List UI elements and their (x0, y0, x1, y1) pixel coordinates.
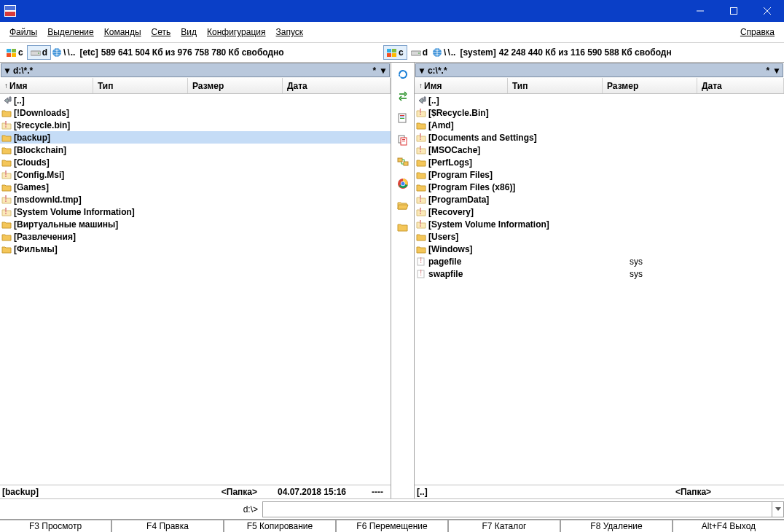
history-icon[interactable]: ▼ (3, 66, 12, 76)
windows-drive-icon (7, 49, 17, 57)
list-item[interactable]: ![System Volume Information] (0, 206, 391, 218)
list-item[interactable]: ![ProgramData] (415, 193, 784, 206)
svg-rect-20 (400, 115, 404, 116)
minimize-button[interactable] (683, 0, 717, 22)
svg-text:!: ! (4, 121, 7, 130)
svg-rect-10 (387, 53, 391, 57)
close-button[interactable] (750, 0, 784, 22)
svg-point-6 (38, 52, 39, 54)
folder-icon[interactable] (396, 220, 410, 235)
list-item[interactable]: [Виртуальные машины] (0, 218, 391, 230)
list-item[interactable]: ![$Recycle.Bin] (415, 106, 784, 119)
list-item[interactable]: [Games] (0, 181, 391, 193)
f5-button[interactable]: F5 Копирование (224, 520, 337, 532)
dropdown-icon[interactable]: ▼ (379, 66, 388, 76)
right-path[interactable]: ▼ c:\*.* * ▼ (415, 63, 783, 77)
list-item[interactable]: [Users] (415, 230, 784, 243)
menu-config[interactable]: Конфигурация (202, 24, 271, 40)
folder-open-icon[interactable] (396, 198, 410, 213)
f3-button[interactable]: F3 Просмотр (0, 520, 112, 532)
dropdown-icon[interactable]: ▼ (772, 66, 781, 76)
col-type[interactable]: Тип (93, 78, 188, 93)
sync-icon[interactable] (396, 89, 410, 103)
svg-text:!: ! (419, 146, 422, 154)
menu-help[interactable]: Справка (735, 24, 780, 40)
right-panel: ▼ c:\*.* * ▼ ↑Имя Тип Размер Дата [..]![… (415, 63, 784, 498)
menu-select[interactable]: Выделение (42, 24, 99, 40)
favorites-icon[interactable]: * (763, 66, 772, 76)
chrome-icon[interactable] (396, 176, 410, 191)
command-input[interactable] (262, 501, 772, 517)
list-item[interactable]: ![Recovery] (415, 206, 784, 218)
network-icon[interactable] (431, 47, 443, 58)
free-space-right: 42 248 440 Кб из 116 590 588 Кб свободн (499, 47, 672, 58)
list-item[interactable]: [Фильмы] (0, 243, 391, 255)
titlebar (0, 0, 784, 22)
drive-c-left[interactable]: c (3, 45, 27, 60)
col-name[interactable]: ↑Имя (0, 78, 93, 93)
list-item[interactable]: [Развлечения] (0, 230, 391, 243)
menu-files[interactable]: Файлы (4, 24, 42, 40)
list-item[interactable]: [Program Files] (415, 168, 784, 181)
list-item[interactable]: ![msdownld.tmp] (0, 193, 391, 206)
list-item[interactable]: ![Documents and Settings] (415, 131, 784, 144)
f7-button[interactable]: F7 Каталог (449, 520, 561, 532)
drive-d-left[interactable]: d (27, 45, 51, 60)
svg-rect-22 (400, 118, 404, 119)
copy-icon[interactable] (396, 133, 410, 147)
list-item[interactable]: [Windows] (415, 243, 784, 255)
favorites-icon[interactable]: * (369, 66, 379, 76)
list-item[interactable]: [Blockchain] (0, 144, 391, 156)
list-item[interactable]: ![System Volume Information] (415, 218, 784, 230)
function-bar: F3 Просмотр F4 Правка F5 Копирование F6 … (0, 519, 784, 532)
list-item[interactable]: [Program Files (x86)] (415, 181, 784, 193)
list-item[interactable]: [backup] (0, 131, 391, 144)
list-item[interactable]: [!Downloads] (0, 106, 391, 119)
sync-dirs-icon[interactable] (396, 154, 410, 169)
col-size[interactable]: Размер (188, 78, 283, 93)
f6-button[interactable]: F6 Перемещение (337, 520, 449, 532)
altf4-button[interactable]: Alt+F4 Выход (673, 520, 784, 532)
list-item[interactable]: [Clouds] (0, 156, 391, 168)
col-date[interactable]: Дата (283, 78, 391, 93)
left-path[interactable]: ▼ d:\*.* * ▼ (1, 63, 390, 77)
menu-view[interactable]: Вид (176, 24, 202, 40)
svg-rect-4 (12, 53, 16, 57)
command-history-dropdown[interactable] (772, 501, 784, 517)
list-item[interactable]: [Amd] (415, 119, 784, 131)
svg-point-31 (401, 182, 404, 186)
list-item[interactable]: [..] (0, 94, 391, 106)
drive-d-right[interactable]: d (407, 45, 431, 60)
refresh-icon[interactable] (396, 67, 410, 82)
list-item[interactable]: ![$recycle.bin] (0, 119, 391, 131)
maximize-button[interactable] (717, 0, 750, 22)
list-item[interactable]: [PerfLogs] (415, 156, 784, 168)
list-item[interactable]: !swapfilesys (415, 267, 784, 280)
svg-rect-3 (7, 53, 11, 57)
left-file-list[interactable]: [..][!Downloads]![$recycle.bin][backup][… (0, 94, 391, 485)
list-item[interactable]: ![MSOCache] (415, 144, 784, 156)
menu-start[interactable]: Запуск (271, 24, 309, 40)
left-columns: ↑Имя Тип Размер Дата (0, 78, 391, 94)
list-item[interactable]: !pagefilesys (415, 255, 784, 267)
col-name[interactable]: ↑Имя (415, 78, 508, 93)
col-type[interactable]: Тип (508, 78, 603, 93)
free-space-left: 589 641 504 Кб из 976 758 780 Кб свободн… (101, 47, 284, 58)
edit-icon[interactable] (396, 111, 410, 125)
drivebar: c d \ \ .. [etc] 589 641 504 Кб из 976 7… (0, 42, 784, 62)
menu-net[interactable]: Сеть (146, 24, 176, 40)
right-file-list[interactable]: [..]![$Recycle.Bin][Amd]![Documents and … (415, 94, 784, 485)
network-icon[interactable] (51, 47, 63, 58)
list-item[interactable]: ![Config.Msi] (0, 168, 391, 181)
history-icon[interactable]: ▼ (418, 66, 426, 76)
f8-button[interactable]: F8 Удаление (561, 520, 673, 532)
f4-button[interactable]: F4 Правка (112, 520, 224, 532)
col-date[interactable]: Дата (697, 78, 784, 93)
svg-text:!: ! (419, 208, 422, 216)
menu-commands[interactable]: Команды (99, 24, 146, 40)
drive-c-right[interactable]: c (383, 45, 407, 60)
vertical-toolbar (391, 63, 415, 498)
svg-rect-1 (7, 49, 11, 52)
col-size[interactable]: Размер (603, 78, 697, 93)
list-item[interactable]: [..] (415, 94, 784, 106)
